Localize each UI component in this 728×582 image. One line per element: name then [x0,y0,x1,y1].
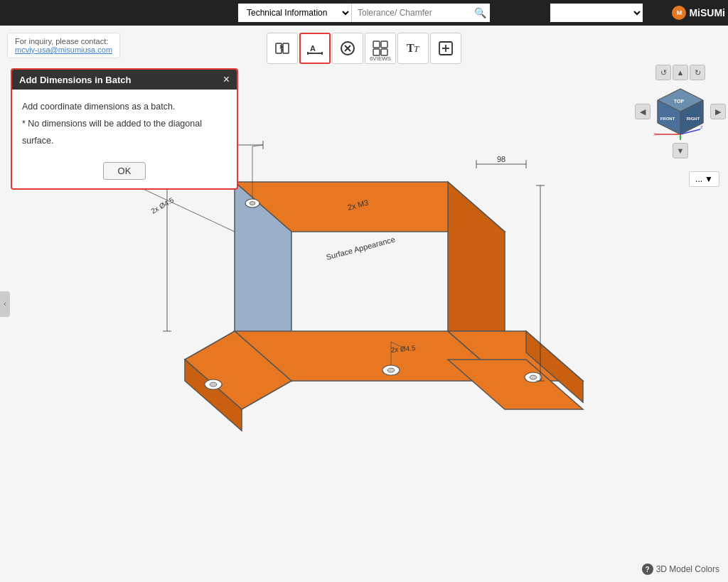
dialog-line1: Add coordinate dimensions as a batch. [22,99,227,114]
nav-right-dropdown[interactable] [550,4,643,22]
toolbar-dimension-btn[interactable]: A [299,33,331,64]
svg-point-53 [250,202,255,205]
cube-down-btn[interactable]: ▼ [673,143,688,158]
text-icon: T T [405,40,422,57]
dialog-title-bar: Add Dimensions in Batch × [12,70,237,90]
svg-rect-14 [381,49,387,55]
6views-label: 6VIEWS [370,55,391,62]
cube-svg: TOP RIGHT FRONT Y X Z [652,83,709,140]
toolbar-6views-btn[interactable]: 6VIEWS [365,33,396,64]
cube-bottom-arrows: ▼ [673,143,688,158]
contact-email[interactable]: mcviy-usa@misumiusa.com [15,45,112,54]
add-dimensions-dialog: Add Dimensions in Batch × Add coordinate… [11,68,238,190]
cube-right-btn[interactable]: ▶ [710,104,726,119]
dialog-footer: OK [12,158,237,188]
bottom-right-label[interactable]: ? 3D Model Colors [642,564,719,575]
svg-text:RIGHT: RIGHT [687,117,700,121]
dimension-icon: A [306,40,323,57]
misumi-logo: M MiSUMi [672,6,725,20]
toolbar-transfer-btn[interactable] [267,33,298,64]
search-input[interactable] [352,4,470,22]
help-icon: ? [642,564,653,575]
more-options-btn[interactable]: ... ▼ [689,171,719,187]
svg-text:FRONT: FRONT [660,117,675,121]
dialog-close-btn[interactable]: × [223,74,230,85]
toolbar-plus-btn[interactable] [430,33,461,64]
svg-point-59 [387,368,395,372]
svg-rect-11 [373,41,380,48]
cube-rotate-left-btn[interactable]: ↺ [655,65,671,80]
misumi-logo-text: MiSUMi [689,7,725,18]
svg-rect-1 [283,43,289,53]
cube-rotate-right-btn[interactable]: ↻ [690,65,705,80]
svg-text:2x Ø4.5: 2x Ø4.5 [150,195,176,215]
dialog-ok-btn[interactable]: OK [103,162,146,180]
misumi-logo-icon: M [672,6,686,20]
more-chevron-icon: ▼ [705,174,713,184]
search-button[interactable]: 🔍 [470,4,490,22]
left-panel-toggle[interactable]: ‹ [0,291,10,317]
nav-dropdown[interactable]: Technical Information [238,4,352,22]
svg-text:A: A [310,44,316,53]
svg-point-55 [210,382,217,387]
svg-text:X: X [653,132,656,136]
cube-top-arrows: ↺ ▲ ↻ [655,65,705,80]
cube-left-btn[interactable]: ◀ [635,104,651,119]
bottom-label-text: 3D Model Colors [656,564,719,574]
add-icon [437,40,454,57]
transfer-icon [274,40,291,57]
cube-up-btn[interactable]: ▲ [673,65,688,80]
more-label: ... [695,174,702,184]
dialog-line2: * No dimensions will be added to the dia… [22,117,227,131]
top-nav: Technical Information 🔍 M MiSUMi [0,0,728,26]
svg-text:98: 98 [497,155,505,163]
svg-text:Y: Y [679,136,682,140]
remove-dimension-icon [339,40,356,57]
svg-text:Surface Appearance: Surface Appearance [325,235,395,262]
contact-label: For inquiry, please contact: [15,37,112,45]
six-views-icon [372,40,389,57]
dialog-body: Add coordinate dimensions as a batch. * … [12,90,237,158]
cube-mid-row: ◀ TOP RIGHT FRONT [635,83,726,140]
toolbar-close-btn[interactable] [332,33,363,64]
nav-cube[interactable]: TOP RIGHT FRONT Y X Z [652,83,709,140]
contact-bar: For inquiry, please contact: mcviy-usa@m… [7,33,120,58]
search-group: Technical Information 🔍 [238,4,490,22]
toolbar-text-btn[interactable]: T T [397,33,429,64]
nav-cube-area: ↺ ▲ ↻ ◀ TOP RIGHT [641,65,719,158]
svg-text:T: T [414,43,419,54]
main-area: ‹ For inquiry, please contact: mcviy-usa… [0,26,728,582]
search-icon: 🔍 [474,7,486,18]
svg-text:Z: Z [700,125,703,129]
svg-rect-13 [373,49,380,55]
dialog-line3: surface. [22,134,227,148]
svg-point-57 [530,375,537,379]
dialog-title: Add Dimensions in Batch [19,75,131,85]
svg-text:TOP: TOP [674,99,685,104]
svg-rect-12 [381,41,387,48]
toolbar: A 6VIEWS [267,33,461,64]
